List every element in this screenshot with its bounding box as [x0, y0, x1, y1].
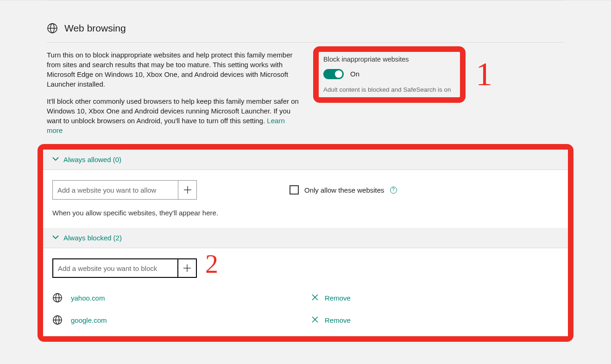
blocked-site-row: google.com Remove: [52, 310, 559, 326]
globe-icon: [52, 293, 63, 303]
always-blocked-header[interactable]: Always blocked (2): [43, 228, 568, 248]
globe-icon: [47, 23, 58, 34]
toggle-title: Block inappropriate websites: [323, 55, 455, 64]
section-title: Web browsing: [64, 21, 126, 35]
block-websites-toggle[interactable]: [323, 69, 344, 79]
close-icon[interactable]: [312, 293, 318, 303]
always-blocked-title: Always blocked (2): [63, 233, 122, 243]
toggle-subtext: Adult content is blocked and SafeSearch …: [323, 86, 455, 94]
allowed-help-text: When you allow specific websites, they'l…: [52, 208, 559, 218]
add-blocked-website[interactable]: [52, 258, 197, 278]
add-blocked-input[interactable]: [53, 259, 177, 277]
chevron-down-icon: [52, 156, 59, 164]
annotation-number-2: 2: [205, 246, 218, 282]
toggle-state-label: On: [350, 69, 359, 79]
add-allowed-button[interactable]: [178, 181, 196, 199]
section-description: Turn this on to block inappropriate webs…: [47, 50, 299, 143]
always-allowed-header[interactable]: Always allowed (0): [43, 150, 568, 169]
close-icon[interactable]: [312, 315, 318, 325]
blocked-site-link[interactable]: yahoo.com: [71, 293, 105, 303]
add-allowed-website[interactable]: [52, 180, 197, 200]
section-heading: Web browsing: [47, 21, 564, 43]
remove-site-button[interactable]: Remove: [325, 293, 351, 303]
add-blocked-button[interactable]: [177, 259, 196, 277]
annotation-1: Block inappropriate websites On Adult co…: [313, 46, 466, 102]
annotation-number-1: 1: [476, 51, 492, 98]
only-allow-checkbox[interactable]: [290, 185, 299, 195]
only-allow-label: Only allow these websites: [304, 185, 384, 195]
description-paragraph-1: Turn this on to block inappropriate webs…: [47, 50, 299, 89]
blocked-site-row: yahoo.com Remove: [52, 288, 559, 304]
always-allowed-title: Always allowed (0): [63, 155, 121, 164]
description-paragraph-2: It'll block other commonly used browsers…: [47, 96, 299, 135]
add-allowed-input[interactable]: [53, 181, 178, 199]
blocked-site-link[interactable]: google.com: [71, 315, 107, 325]
only-allow-these-websites[interactable]: Only allow these websites ?: [290, 185, 397, 195]
annotation-2: Always allowed (0) Only allow these webs…: [38, 144, 573, 342]
globe-icon: [52, 315, 63, 325]
remove-site-button[interactable]: Remove: [325, 315, 351, 325]
chevron-down-icon: [52, 234, 59, 242]
help-icon[interactable]: ?: [390, 187, 397, 194]
